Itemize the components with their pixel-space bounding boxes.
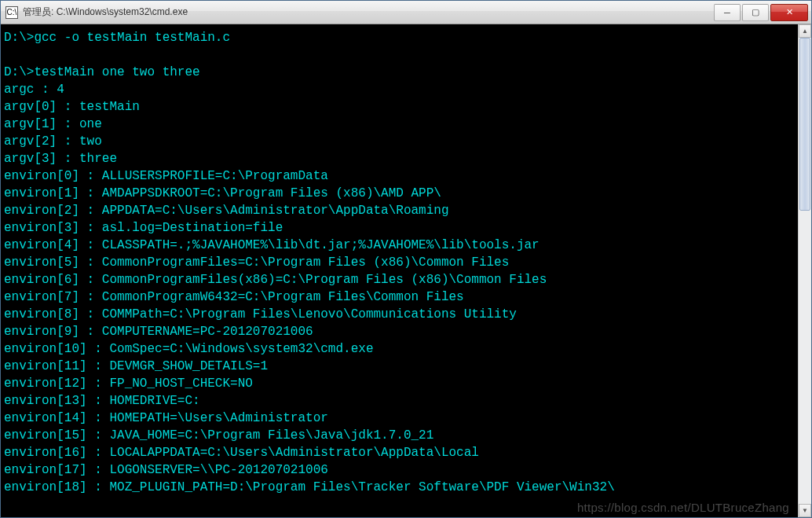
terminal-area: D:\>gcc -o testMain testMain.cD:\>testMa… <box>1 24 811 517</box>
terminal-line: environ[8] : COMMPath=C:\Program Files\L… <box>4 306 798 323</box>
terminal-line: environ[1] : AMDAPPSDKROOT=C:\Program Fi… <box>4 185 798 202</box>
terminal-line: environ[14] : HOMEPATH=\Users\Administra… <box>4 410 798 427</box>
terminal-line: environ[12] : FP_NO_HOST_CHECK=NO <box>4 375 798 392</box>
terminal-line: environ[16] : LOCALAPPDATA=C:\Users\Admi… <box>4 444 798 461</box>
scroll-up-button[interactable]: ▲ <box>799 24 811 38</box>
app-icon: C:\ <box>5 6 18 19</box>
terminal-line: environ[3] : asl.log=Destination=file <box>4 219 798 237</box>
terminal-line: environ[13] : HOMEDRIVE=C: <box>4 392 798 410</box>
terminal-line: environ[10] : ComSpec=C:\Windows\system3… <box>4 340 798 358</box>
terminal-line: environ[17] : LOGONSERVER=\\PC-201207021… <box>4 461 798 479</box>
terminal-line: environ[2] : APPDATA=C:\Users\Administra… <box>4 202 798 219</box>
terminal-line <box>4 46 798 64</box>
maximize-button[interactable]: ▢ <box>742 4 769 21</box>
terminal-line: environ[9] : COMPUTERNAME=PC-20120702100… <box>4 323 798 340</box>
terminal-line: D:\>gcc -o testMain testMain.c <box>4 29 798 46</box>
window-title: 管理员: C:\Windows\system32\cmd.exe <box>23 6 712 19</box>
scroll-down-button[interactable]: ▼ <box>799 504 811 517</box>
terminal-line: environ[0] : ALLUSERSPROFILE=C:\ProgramD… <box>4 167 798 185</box>
minimize-button[interactable]: ─ <box>714 4 741 21</box>
scroll-track[interactable] <box>799 38 811 504</box>
terminal-line: argv[3] : three <box>4 150 798 167</box>
terminal-line: argv[2] : two <box>4 133 798 150</box>
vertical-scrollbar[interactable]: ▲ ▼ <box>798 24 811 517</box>
window-controls: ─ ▢ ✕ <box>712 4 808 21</box>
cmd-window: C:\ 管理员: C:\Windows\system32\cmd.exe ─ ▢… <box>0 0 812 518</box>
terminal-line: environ[5] : CommonProgramFiles=C:\Progr… <box>4 254 798 271</box>
close-button[interactable]: ✕ <box>770 4 808 21</box>
terminal-line: argv[1] : one <box>4 116 798 133</box>
terminal-line: D:\>testMain one two three <box>4 64 798 81</box>
terminal-line: argv[0] : testMain <box>4 98 798 116</box>
terminal-line: environ[4] : CLASSPATH=.;%JAVAHOME%\lib\… <box>4 237 798 254</box>
titlebar[interactable]: C:\ 管理员: C:\Windows\system32\cmd.exe ─ ▢… <box>1 1 811 24</box>
terminal-line: environ[7] : CommonProgramW6432=C:\Progr… <box>4 288 798 306</box>
terminal-output[interactable]: D:\>gcc -o testMain testMain.cD:\>testMa… <box>1 24 798 517</box>
terminal-line: argc : 4 <box>4 81 798 98</box>
scroll-thumb[interactable] <box>799 38 810 211</box>
terminal-line: environ[6] : CommonProgramFiles(x86)=C:\… <box>4 271 798 288</box>
terminal-line: environ[15] : JAVA_HOME=C:\Program Files… <box>4 427 798 444</box>
terminal-line: environ[18] : MOZ_PLUGIN_PATH=D:\Program… <box>4 479 798 496</box>
terminal-line: environ[11] : DEVMGR_SHOW_DETAILS=1 <box>4 358 798 375</box>
